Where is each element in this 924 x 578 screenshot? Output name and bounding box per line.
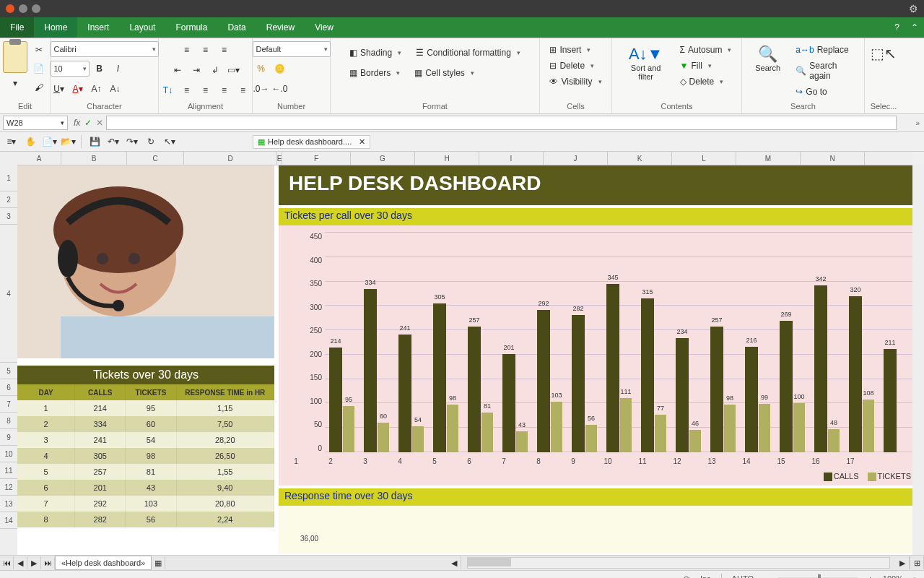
- formula-input[interactable]: [106, 116, 897, 130]
- tab-insert[interactable]: Insert: [77, 17, 119, 38]
- row-header-5[interactable]: 5: [0, 363, 17, 379]
- table-row[interactable]: 729210320,80: [17, 496, 274, 512]
- sheet-nav-prev[interactable]: ◀: [14, 556, 27, 569]
- shading-button[interactable]: ◧Shading: [346, 46, 405, 60]
- col-header-E[interactable]: E: [277, 152, 282, 165]
- gear-icon[interactable]: ⚙: [909, 3, 918, 14]
- merge-cells-icon[interactable]: ▭▾: [225, 61, 243, 79]
- select-button[interactable]: ⬚↖: [864, 41, 903, 66]
- document-tab[interactable]: ▦ Help desk dashboard.... ✕: [253, 135, 370, 149]
- row-header-4[interactable]: 4: [0, 225, 17, 363]
- expand-formula-icon[interactable]: »: [911, 119, 924, 127]
- row-header-2[interactable]: 2: [0, 191, 17, 208]
- format-painter-icon[interactable]: 🖌: [30, 79, 48, 96]
- insert-cells-button[interactable]: ⊞Insert: [546, 43, 594, 57]
- increase-indent-icon[interactable]: ⇥: [188, 61, 205, 79]
- table-row[interactable]: 2334607,50: [17, 416, 274, 432]
- save-icon[interactable]: 💾: [86, 133, 103, 150]
- tab-home[interactable]: Home: [34, 17, 77, 38]
- sheet-nav-last[interactable]: ⏭: [41, 556, 55, 569]
- row-header-11[interactable]: 11: [0, 462, 17, 479]
- tab-layout[interactable]: Layout: [119, 17, 165, 38]
- sheet-nav-first[interactable]: ⏮: [0, 556, 14, 569]
- cancel-icon[interactable]: ✕: [96, 118, 103, 128]
- table-row[interactable]: 8282562,24: [17, 512, 274, 527]
- underline-button[interactable]: U▾: [51, 80, 68, 98]
- search-button[interactable]: 🔍 Search: [746, 41, 789, 76]
- font-name-select[interactable]: Calibri: [51, 41, 159, 57]
- col-header-D[interactable]: D: [184, 152, 277, 165]
- close-tab-icon[interactable]: ✕: [359, 137, 365, 147]
- select-mode-icon[interactable]: ≡▾: [3, 133, 20, 150]
- new-doc-icon[interactable]: 📄▾: [40, 133, 58, 150]
- delete-contents-button[interactable]: ◇Delete: [676, 74, 728, 89]
- percent-icon[interactable]: %: [253, 60, 270, 77]
- split-icon[interactable]: ⊞: [910, 556, 924, 569]
- sheet-tab-active[interactable]: «Help desk dashboard»: [55, 556, 152, 570]
- col-header-B[interactable]: B: [61, 152, 127, 165]
- table-row[interactable]: 43059826,50: [17, 448, 274, 464]
- row-header-7[interactable]: 7: [0, 396, 17, 413]
- undo-icon[interactable]: ↶▾: [105, 133, 122, 150]
- zoom-level[interactable]: 100%: [883, 574, 903, 578]
- add-sheet-icon[interactable]: ▦: [152, 556, 165, 569]
- col-header-H[interactable]: H: [415, 152, 479, 165]
- font-size-select[interactable]: 10: [51, 61, 90, 77]
- bold-button[interactable]: B: [91, 60, 108, 77]
- row-header-9[interactable]: 9: [0, 429, 17, 446]
- col-header-C[interactable]: C: [127, 152, 184, 165]
- currency-icon[interactable]: 🪙: [271, 60, 289, 77]
- table-row[interactable]: 32415428,20: [17, 432, 274, 448]
- help-button[interactable]: ?: [889, 22, 905, 33]
- tab-file[interactable]: File: [0, 17, 34, 38]
- decrease-decimal-icon[interactable]: ←.0: [271, 80, 289, 98]
- hscroll-left[interactable]: ◀: [448, 556, 461, 569]
- col-header-A[interactable]: A: [17, 152, 61, 165]
- redo-icon[interactable]: ↷▾: [123, 133, 141, 150]
- open-icon[interactable]: 📂▾: [59, 133, 77, 150]
- number-format-select[interactable]: Default: [253, 41, 331, 57]
- col-header-M[interactable]: M: [736, 152, 801, 165]
- paste-icon[interactable]: [3, 41, 27, 73]
- cell-styles-button[interactable]: ▦Cell styles: [411, 66, 478, 80]
- row-header-13[interactable]: 13: [0, 496, 17, 512]
- col-header-I[interactable]: I: [479, 152, 544, 165]
- replace-button[interactable]: a↔bReplace: [792, 43, 852, 57]
- wrap-text-icon[interactable]: ↲: [206, 61, 224, 79]
- col-header-G[interactable]: G: [351, 152, 415, 165]
- align-bottom-icon[interactable]: ≡: [216, 41, 233, 59]
- row-header-10[interactable]: 10: [0, 446, 17, 462]
- cursor-icon[interactable]: ↖▾: [161, 133, 178, 150]
- name-box[interactable]: W28▾: [3, 116, 68, 130]
- align-center-icon[interactable]: ≡: [197, 82, 214, 99]
- fill-button[interactable]: ▼Fill: [676, 59, 715, 73]
- col-header-J[interactable]: J: [544, 152, 608, 165]
- visibility-button[interactable]: 👁Visibility: [546, 74, 605, 89]
- align-top-icon[interactable]: ≡: [178, 41, 196, 59]
- increase-decimal-icon[interactable]: .0→: [253, 80, 270, 98]
- delete-cells-button[interactable]: ⊟Delete: [546, 59, 598, 73]
- horizontal-scrollbar[interactable]: [467, 557, 890, 569]
- col-header-N[interactable]: N: [801, 152, 865, 165]
- column-headers[interactable]: ABCDEFGHIJKLMN: [17, 152, 912, 165]
- col-header-F[interactable]: F: [282, 152, 351, 165]
- align-middle-icon[interactable]: ≡: [197, 41, 214, 59]
- row-header-14[interactable]: 14: [0, 512, 17, 529]
- table-row[interactable]: 5257811,55: [17, 464, 274, 480]
- row-header-3[interactable]: 3: [0, 208, 17, 225]
- search-again-button[interactable]: 🔍Search again: [792, 59, 860, 83]
- decrease-indent-icon[interactable]: ⇤: [169, 61, 186, 79]
- row-header-6[interactable]: 6: [0, 379, 17, 396]
- tab-review[interactable]: Review: [256, 17, 305, 38]
- hscroll-right[interactable]: ▶: [896, 556, 910, 569]
- zoom-in-icon[interactable]: +: [868, 574, 872, 578]
- refresh-icon[interactable]: ⟳: [684, 574, 690, 579]
- paste-options-dropdown[interactable]: ▾: [6, 74, 24, 92]
- window-minimize-icon[interactable]: [19, 4, 27, 13]
- align-right-icon[interactable]: ≡: [216, 82, 233, 99]
- row-header-1[interactable]: 1: [0, 165, 17, 191]
- tab-data[interactable]: Data: [217, 17, 256, 38]
- function-wizard-icon[interactable]: fx: [74, 118, 80, 128]
- accept-icon[interactable]: ✓: [84, 118, 92, 128]
- copy-icon[interactable]: 📄: [30, 60, 48, 77]
